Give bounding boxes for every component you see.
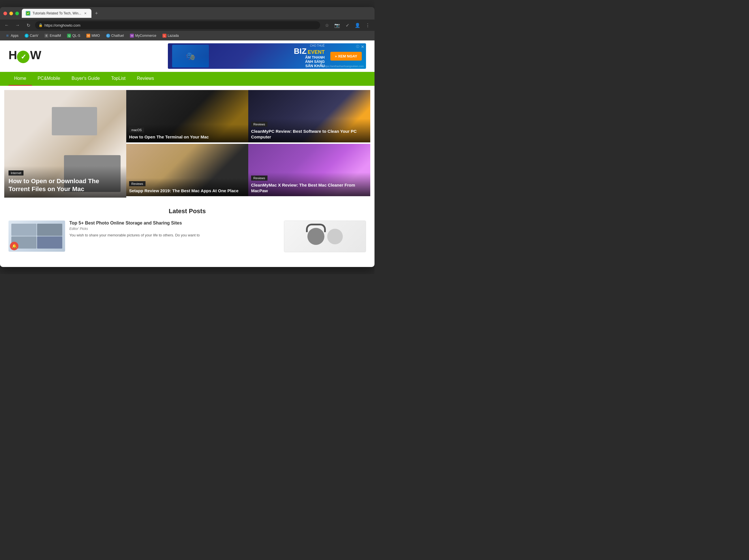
ad-close-button[interactable]: ✕ [361,44,364,49]
latest-posts-row: 🔔 Top 5+ Best Photo Online Storage and S… [8,220,366,252]
menu-icon[interactable]: ⋮ [364,21,372,29]
address-bar: ← → ↻ 🔒 https://omghowto.com ☆ 📷 ✓ 👤 ⋮ [0,20,374,31]
ad-banner[interactable]: 🎭 CHO THUÊ BIZ EVENT ÂM THANH ÁNH SÁNG S… [168,43,366,69]
address-input[interactable]: 🔒 https://omghowto.com [35,21,320,29]
bookmark-chatfuel-label: Chatfuel [111,34,124,38]
latest-posts-title: Latest Posts [8,208,366,215]
main-article-category: Internet [8,170,23,175]
ad-line4: SÂN KHẤU [215,64,325,68]
tertiary-top-overlay: Reviews CleanMyPC Review: Best Software … [248,119,370,143]
tertiary-bottom-image: Reviews CleanMyMac X Review: The Best Ma… [248,144,370,196]
mmo-icon: M [86,34,90,38]
secondary-bottom-image: Reviews Setapp Review 2019: The Best Mac… [126,144,248,196]
profile-icon[interactable]: 👤 [354,21,362,29]
main-article-title: How to Open or Download The Torrent File… [8,177,122,193]
post-content: Top 5+ Best Photo Online Storage and Sha… [69,220,278,238]
nav-item-home[interactable]: Home [8,72,32,86]
secondary-top-image: macOS How to Open The Terminal on Your M… [126,90,248,143]
bookmark-apps[interactable]: ⊞ Apps [3,33,21,39]
active-tab[interactable]: Tutorials Related To Tech, Win... ✕ [22,9,91,18]
qls-icon: Q [67,34,71,38]
featured-secondary-column: macOS How to Open The Terminal on Your M… [126,90,248,198]
check-icon[interactable]: ✓ [343,21,351,29]
tertiary-bottom-article[interactable]: Reviews CleanMyMac X Review: The Best Ma… [248,144,370,198]
bookmark-emailm-label: EmailM [49,34,61,38]
bookmark-lazada-label: Lazada [168,34,179,38]
post-title[interactable]: Top 5+ Best Photo Online Storage and Sha… [69,220,278,225]
tertiary-top-category: Reviews [251,122,268,127]
tab-bar: Tutorials Related To Tech, Win... ✕ + [22,9,371,18]
latest-posts-section: Latest Posts [0,202,374,258]
bookmark-mmo[interactable]: M MMO [84,33,102,39]
bookmark-qls-label: QL-S [72,34,80,38]
sidebar-ad-image [284,221,366,252]
nav-item-toplist[interactable]: TopList [106,72,131,86]
post-thumbnail: 🔔 [8,220,65,252]
traffic-lights [3,12,19,15]
browser-window: Tutorials Related To Tech, Win... ✕ + ← … [0,7,374,267]
new-tab-button[interactable]: + [92,9,101,17]
secondary-top-article[interactable]: macOS How to Open The Terminal on Your M… [126,90,248,144]
ad-cta-button[interactable]: » XEM NGAY [330,52,362,61]
bookmark-canv-label: CanV [30,34,38,38]
nav-item-pcmobile[interactable]: PC&Mobile [32,72,66,86]
ad-line3: ÁNH SÁNG [215,60,325,64]
tab-favicon [26,11,30,16]
nav-link-home[interactable]: Home [8,72,32,86]
bookmark-emailm[interactable]: E EmailM [42,33,63,39]
tertiary-top-article[interactable]: Reviews CleanMyPC Review: Best Software … [248,90,370,144]
bookmark-chatfuel[interactable]: C Chatfuel [104,33,126,39]
ad-content: 🎭 CHO THUÊ BIZ EVENT ÂM THANH ÁNH SÁNG S… [168,44,366,68]
featured-main-article[interactable]: Internet How to Open or Download The Tor… [4,90,126,198]
lock-icon: 🔒 [39,23,43,27]
nav-link-buyers-guide[interactable]: Buyer's Guide [66,72,106,85]
screenshot-icon[interactable]: 📷 [333,21,341,29]
bookmark-mycommerce-label: MyCommerce [135,34,156,38]
back-button[interactable]: ← [3,21,11,29]
maximize-button[interactable] [15,12,19,15]
apps-grid-icon: ⊞ [5,34,9,38]
tertiary-top-title: CleanMyPC Review: Best Software to Clean… [251,129,367,139]
website-content: HW 🎭 CHO THUÊ BIZ EVENT [0,41,374,267]
secondary-bottom-category: Reviews [129,181,146,186]
site-logo[interactable]: HW [8,49,41,63]
nav-link-pcmobile[interactable]: PC&Mobile [32,72,66,85]
bookmark-canv[interactable]: C CanV [22,33,41,39]
ad-url: https://amthanhanhsangsukien.com [324,65,364,68]
tertiary-bottom-title: CleanMyMac X Review: The Best Mac Cleane… [251,182,367,193]
ad-subtitle: CHO THUÊ [215,44,325,47]
tab-close-button[interactable]: ✕ [84,11,87,15]
bookmark-mmo-label: MMO [91,34,100,38]
ad-event: EVENT [308,49,325,55]
browser-actions: ☆ 📷 ✓ 👤 ⋮ [323,21,372,29]
forward-button[interactable]: → [14,21,22,29]
nav-link-reviews[interactable]: Reviews [131,72,159,85]
title-bar: Tutorials Related To Tech, Win... ✕ + [0,7,374,20]
secondary-bottom-article[interactable]: Reviews Setapp Review 2019: The Best Mac… [126,144,248,198]
sidebar-advertisement[interactable] [284,220,366,252]
nav-list: Home PC&Mobile Buyer's Guide TopList Rev… [0,72,374,86]
bookmark-mycommerce[interactable]: M MyCommerce [128,33,158,39]
nav-link-toplist[interactable]: TopList [106,72,131,85]
secondary-top-overlay: macOS How to Open The Terminal on Your M… [126,124,248,143]
main-article-overlay: Internet How to Open or Download The Tor… [4,166,126,198]
posts-main: 🔔 Top 5+ Best Photo Online Storage and S… [8,220,278,252]
bookmark-lazada[interactable]: L Lazada [160,33,181,39]
minimize-button[interactable] [9,12,13,15]
lazada-icon: L [163,34,167,38]
post-item[interactable]: 🔔 Top 5+ Best Photo Online Storage and S… [8,220,278,252]
notification-bell-icon[interactable]: 🔔 [10,242,18,250]
bookmarks-bar: ⊞ Apps C CanV E EmailM Q QL-S M MMO C Ch… [0,31,374,41]
secondary-top-category: macOS [129,127,144,132]
refresh-button[interactable]: ↻ [24,21,32,29]
secondary-top-title: How to Open The Terminal on Your Mac [129,134,245,140]
nav-item-buyers-guide[interactable]: Buyer's Guide [66,72,106,86]
logo-check-icon [17,51,29,63]
featured-tertiary-column: Reviews CleanMyPC Review: Best Software … [248,90,370,198]
bookmark-star-icon[interactable]: ☆ [323,21,331,29]
bookmark-qls[interactable]: Q QL-S [65,33,82,39]
nav-item-reviews[interactable]: Reviews [131,72,159,86]
ad-info-icon[interactable]: ⓘ [356,44,359,49]
close-button[interactable] [3,12,7,15]
secondary-bottom-overlay: Reviews Setapp Review 2019: The Best Mac… [126,178,248,196]
